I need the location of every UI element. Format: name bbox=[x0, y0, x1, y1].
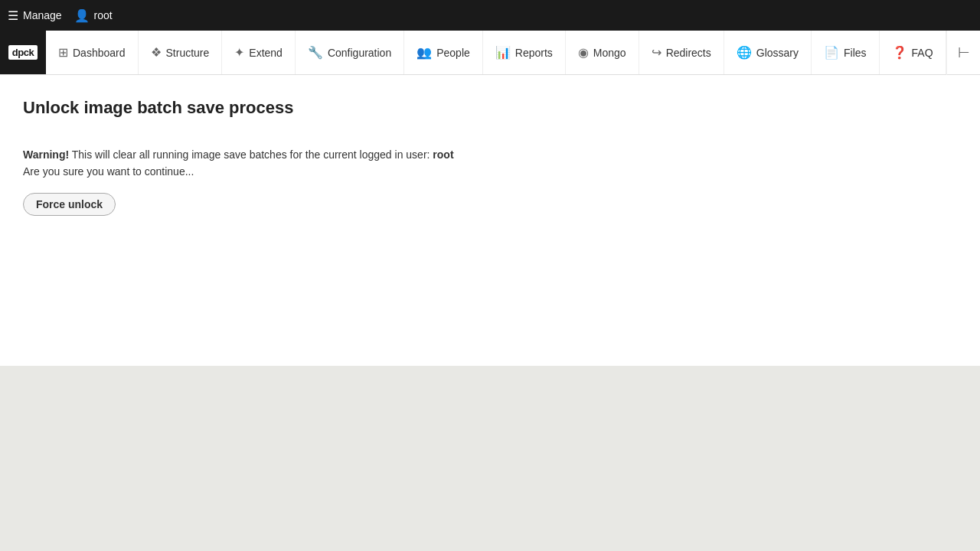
user-icon: 👤 bbox=[74, 8, 90, 23]
nav-label-files: Files bbox=[844, 47, 867, 59]
nav-item-glossary[interactable]: 🌐 Glossary bbox=[724, 31, 812, 74]
manage-label: Manage bbox=[23, 9, 62, 21]
nav-label-reports: Reports bbox=[515, 47, 553, 59]
glossary-icon: 🌐 bbox=[737, 45, 752, 60]
extend-icon: ✦ bbox=[234, 45, 244, 60]
nav-item-files[interactable]: 📄 Files bbox=[812, 31, 880, 74]
warning-message: This will clear all running image save b… bbox=[69, 148, 433, 161]
site-logo[interactable]: dpck bbox=[0, 31, 46, 74]
warning-text: Warning! This will clear all running ima… bbox=[23, 148, 957, 161]
navbar-extra-button[interactable]: ⊢ bbox=[946, 31, 980, 75]
nav-item-reports[interactable]: 📊 Reports bbox=[483, 31, 566, 74]
nav-item-structure[interactable]: ❖ Structure bbox=[139, 31, 223, 74]
nav-item-mongo[interactable]: ◉ Mongo bbox=[566, 31, 639, 74]
nav-label-dashboard: Dashboard bbox=[73, 47, 126, 59]
nav-label-faq: FAQ bbox=[912, 47, 933, 59]
people-icon: 👥 bbox=[416, 45, 432, 60]
user-button[interactable]: 👤 root bbox=[74, 8, 113, 23]
navbar-extra-icon: ⊢ bbox=[958, 44, 970, 61]
nav-item-people[interactable]: 👥 People bbox=[404, 31, 483, 74]
nav-item-dashboard[interactable]: ⊞ Dashboard bbox=[46, 31, 139, 74]
redirects-icon: ↪ bbox=[652, 45, 662, 60]
nav-label-extend: Extend bbox=[249, 47, 283, 59]
main-content: Unlock image batch save process Warning!… bbox=[0, 75, 980, 366]
hamburger-icon: ☰ bbox=[8, 8, 18, 23]
manage-button[interactable]: ☰ Manage bbox=[8, 8, 62, 23]
confirm-text: Are you sure you want to continue... bbox=[23, 165, 957, 178]
warning-label: Warning! bbox=[23, 148, 69, 161]
navbar: dpck ⊞ Dashboard ❖ Structure ✦ Extend 🔧 … bbox=[0, 31, 980, 75]
navbar-items: ⊞ Dashboard ❖ Structure ✦ Extend 🔧 Confi… bbox=[46, 31, 946, 74]
warning-section: Warning! This will clear all running ima… bbox=[23, 148, 957, 178]
user-label: root bbox=[94, 9, 113, 21]
nav-label-configuration: Configuration bbox=[328, 47, 391, 59]
nav-label-redirects: Redirects bbox=[666, 47, 711, 59]
navbar-end: ⊢ bbox=[946, 31, 980, 74]
nav-label-glossary: Glossary bbox=[756, 47, 799, 59]
page-title: Unlock image batch save process bbox=[23, 98, 957, 118]
nav-label-structure: Structure bbox=[166, 47, 210, 59]
files-icon: 📄 bbox=[824, 45, 839, 60]
mongo-icon: ◉ bbox=[578, 45, 589, 60]
structure-icon: ❖ bbox=[151, 45, 162, 60]
dashboard-icon: ⊞ bbox=[58, 45, 68, 60]
warning-user: root bbox=[433, 148, 453, 161]
logo-text: dpck bbox=[8, 45, 38, 60]
nav-label-people: People bbox=[436, 47, 470, 59]
configuration-icon: 🔧 bbox=[308, 45, 323, 60]
reports-icon: 📊 bbox=[495, 45, 511, 60]
nav-item-extend[interactable]: ✦ Extend bbox=[222, 31, 296, 74]
faq-icon: ❓ bbox=[892, 45, 907, 60]
admin-bar: ☰ Manage 👤 root bbox=[0, 0, 980, 31]
nav-label-mongo: Mongo bbox=[593, 47, 626, 59]
gray-area bbox=[0, 366, 980, 551]
nav-item-redirects[interactable]: ↪ Redirects bbox=[639, 31, 724, 74]
force-unlock-button[interactable]: Force unlock bbox=[23, 193, 116, 216]
nav-item-faq[interactable]: ❓ FAQ bbox=[880, 31, 946, 74]
nav-item-configuration[interactable]: 🔧 Configuration bbox=[296, 31, 404, 74]
